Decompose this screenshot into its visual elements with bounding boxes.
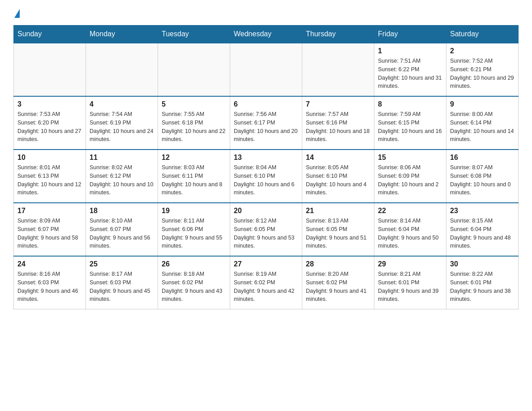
day-number: 20 bbox=[234, 207, 298, 215]
calendar-cell: 23Sunrise: 8:15 AMSunset: 6:04 PMDayligh… bbox=[446, 203, 519, 256]
day-info: Sunrise: 8:07 AMSunset: 6:08 PMDaylight:… bbox=[450, 163, 515, 197]
day-info: Sunrise: 7:55 AMSunset: 6:18 PMDaylight:… bbox=[162, 110, 226, 144]
calendar-cell: 29Sunrise: 8:21 AMSunset: 6:01 PMDayligh… bbox=[374, 256, 446, 309]
calendar-cell: 16Sunrise: 8:07 AMSunset: 6:08 PMDayligh… bbox=[446, 150, 519, 203]
day-of-week-header: Tuesday bbox=[158, 26, 230, 43]
day-number: 6 bbox=[234, 100, 298, 108]
day-number: 4 bbox=[90, 100, 154, 108]
day-info: Sunrise: 8:01 AMSunset: 6:13 PMDaylight:… bbox=[17, 163, 82, 197]
day-number: 25 bbox=[90, 260, 154, 268]
day-info: Sunrise: 8:22 AMSunset: 6:01 PMDaylight:… bbox=[450, 270, 515, 304]
calendar-cell: 30Sunrise: 8:22 AMSunset: 6:01 PMDayligh… bbox=[446, 256, 519, 309]
day-number: 27 bbox=[234, 260, 298, 268]
calendar-header: SundayMondayTuesdayWednesdayThursdayFrid… bbox=[14, 26, 519, 43]
day-number: 28 bbox=[306, 260, 370, 268]
day-info: Sunrise: 7:53 AMSunset: 6:20 PMDaylight:… bbox=[17, 110, 82, 144]
day-info: Sunrise: 8:12 AMSunset: 6:05 PMDaylight:… bbox=[234, 217, 298, 250]
calendar-cell bbox=[86, 43, 158, 96]
calendar-cell: 2Sunrise: 7:52 AMSunset: 6:21 PMDaylight… bbox=[446, 43, 519, 96]
calendar-cell: 26Sunrise: 8:18 AMSunset: 6:02 PMDayligh… bbox=[158, 256, 230, 309]
calendar-cell: 18Sunrise: 8:10 AMSunset: 6:07 PMDayligh… bbox=[86, 203, 158, 256]
day-info: Sunrise: 8:00 AMSunset: 6:14 PMDaylight:… bbox=[450, 110, 515, 144]
calendar-cell: 28Sunrise: 8:20 AMSunset: 6:02 PMDayligh… bbox=[302, 256, 374, 309]
calendar-cell: 24Sunrise: 8:16 AMSunset: 6:03 PMDayligh… bbox=[14, 256, 86, 309]
day-info: Sunrise: 8:21 AMSunset: 6:01 PMDaylight:… bbox=[378, 270, 442, 304]
calendar-cell: 19Sunrise: 8:11 AMSunset: 6:06 PMDayligh… bbox=[158, 203, 230, 256]
calendar-cell: 14Sunrise: 8:05 AMSunset: 6:10 PMDayligh… bbox=[302, 150, 374, 203]
calendar-cell: 17Sunrise: 8:09 AMSunset: 6:07 PMDayligh… bbox=[14, 203, 86, 256]
calendar-cell bbox=[158, 43, 230, 96]
day-number: 26 bbox=[162, 260, 226, 268]
calendar-cell: 10Sunrise: 8:01 AMSunset: 6:13 PMDayligh… bbox=[14, 150, 86, 203]
calendar-table: SundayMondayTuesdayWednesdayThursdayFrid… bbox=[13, 25, 519, 309]
day-info: Sunrise: 7:54 AMSunset: 6:19 PMDaylight:… bbox=[90, 110, 154, 144]
day-info: Sunrise: 8:10 AMSunset: 6:07 PMDaylight:… bbox=[90, 217, 154, 250]
calendar-week-row: 3Sunrise: 7:53 AMSunset: 6:20 PMDaylight… bbox=[14, 96, 519, 150]
calendar-cell: 21Sunrise: 8:13 AMSunset: 6:05 PMDayligh… bbox=[302, 203, 374, 256]
day-number: 3 bbox=[17, 100, 82, 108]
calendar-cell: 1Sunrise: 7:51 AMSunset: 6:22 PMDaylight… bbox=[374, 43, 446, 96]
day-info: Sunrise: 8:15 AMSunset: 6:04 PMDaylight:… bbox=[450, 217, 515, 250]
day-number: 17 bbox=[17, 207, 82, 215]
day-of-week-header: Wednesday bbox=[230, 26, 302, 43]
logo-triangle-icon bbox=[14, 9, 20, 18]
day-of-week-header: Monday bbox=[86, 26, 158, 43]
day-number: 24 bbox=[17, 260, 82, 268]
day-info: Sunrise: 8:11 AMSunset: 6:06 PMDaylight:… bbox=[162, 217, 226, 250]
calendar-cell: 4Sunrise: 7:54 AMSunset: 6:19 PMDaylight… bbox=[86, 96, 158, 150]
calendar-cell: 22Sunrise: 8:14 AMSunset: 6:04 PMDayligh… bbox=[374, 203, 446, 256]
day-number: 18 bbox=[90, 207, 154, 215]
calendar-cell: 27Sunrise: 8:19 AMSunset: 6:02 PMDayligh… bbox=[230, 256, 302, 309]
day-number: 15 bbox=[378, 154, 442, 162]
day-of-week-header: Saturday bbox=[446, 26, 519, 43]
calendar-cell bbox=[14, 43, 86, 96]
calendar-body: 1Sunrise: 7:51 AMSunset: 6:22 PMDaylight… bbox=[14, 43, 519, 309]
day-info: Sunrise: 7:52 AMSunset: 6:21 PMDaylight:… bbox=[450, 57, 515, 90]
day-number: 30 bbox=[450, 260, 515, 268]
day-info: Sunrise: 8:13 AMSunset: 6:05 PMDaylight:… bbox=[306, 217, 370, 250]
day-number: 21 bbox=[306, 207, 370, 215]
calendar-week-row: 17Sunrise: 8:09 AMSunset: 6:07 PMDayligh… bbox=[14, 203, 519, 256]
day-of-week-header: Thursday bbox=[302, 26, 374, 43]
calendar-cell: 8Sunrise: 7:59 AMSunset: 6:15 PMDaylight… bbox=[374, 96, 446, 150]
calendar-cell: 9Sunrise: 8:00 AMSunset: 6:14 PMDaylight… bbox=[446, 96, 519, 150]
day-info: Sunrise: 8:14 AMSunset: 6:04 PMDaylight:… bbox=[378, 217, 442, 250]
day-number: 8 bbox=[378, 100, 442, 108]
day-info: Sunrise: 7:59 AMSunset: 6:15 PMDaylight:… bbox=[378, 110, 442, 144]
calendar-cell: 15Sunrise: 8:06 AMSunset: 6:09 PMDayligh… bbox=[374, 150, 446, 203]
day-number: 12 bbox=[162, 154, 226, 162]
day-info: Sunrise: 8:05 AMSunset: 6:10 PMDaylight:… bbox=[306, 163, 370, 197]
day-number: 1 bbox=[378, 47, 442, 55]
day-number: 7 bbox=[306, 100, 370, 108]
day-number: 2 bbox=[450, 47, 515, 55]
day-number: 22 bbox=[378, 207, 442, 215]
day-number: 16 bbox=[450, 154, 515, 162]
day-info: Sunrise: 8:09 AMSunset: 6:07 PMDaylight:… bbox=[17, 217, 82, 250]
calendar-cell: 11Sunrise: 8:02 AMSunset: 6:12 PMDayligh… bbox=[86, 150, 158, 203]
day-info: Sunrise: 8:18 AMSunset: 6:02 PMDaylight:… bbox=[162, 270, 226, 304]
day-number: 5 bbox=[162, 100, 226, 108]
calendar-week-row: 24Sunrise: 8:16 AMSunset: 6:03 PMDayligh… bbox=[14, 256, 519, 309]
calendar-cell bbox=[230, 43, 302, 96]
day-info: Sunrise: 8:16 AMSunset: 6:03 PMDaylight:… bbox=[17, 270, 82, 304]
day-number: 19 bbox=[162, 207, 226, 215]
day-info: Sunrise: 8:19 AMSunset: 6:02 PMDaylight:… bbox=[234, 270, 298, 304]
day-info: Sunrise: 8:17 AMSunset: 6:03 PMDaylight:… bbox=[90, 270, 154, 304]
calendar-cell: 7Sunrise: 7:57 AMSunset: 6:16 PMDaylight… bbox=[302, 96, 374, 150]
day-number: 10 bbox=[17, 154, 82, 162]
calendar-cell: 5Sunrise: 7:55 AMSunset: 6:18 PMDaylight… bbox=[158, 96, 230, 150]
day-info: Sunrise: 7:56 AMSunset: 6:17 PMDaylight:… bbox=[234, 110, 298, 144]
days-of-week-row: SundayMondayTuesdayWednesdayThursdayFrid… bbox=[14, 26, 519, 43]
calendar-cell bbox=[302, 43, 374, 96]
day-info: Sunrise: 8:03 AMSunset: 6:11 PMDaylight:… bbox=[162, 163, 226, 197]
day-number: 11 bbox=[90, 154, 154, 162]
day-info: Sunrise: 8:04 AMSunset: 6:10 PMDaylight:… bbox=[234, 163, 298, 197]
day-number: 9 bbox=[450, 100, 515, 108]
page-header bbox=[13, 9, 519, 16]
day-number: 29 bbox=[378, 260, 442, 268]
day-info: Sunrise: 8:02 AMSunset: 6:12 PMDaylight:… bbox=[90, 163, 154, 197]
calendar-cell: 12Sunrise: 8:03 AMSunset: 6:11 PMDayligh… bbox=[158, 150, 230, 203]
day-info: Sunrise: 8:20 AMSunset: 6:02 PMDaylight:… bbox=[306, 270, 370, 304]
calendar-cell: 25Sunrise: 8:17 AMSunset: 6:03 PMDayligh… bbox=[86, 256, 158, 309]
day-number: 13 bbox=[234, 154, 298, 162]
